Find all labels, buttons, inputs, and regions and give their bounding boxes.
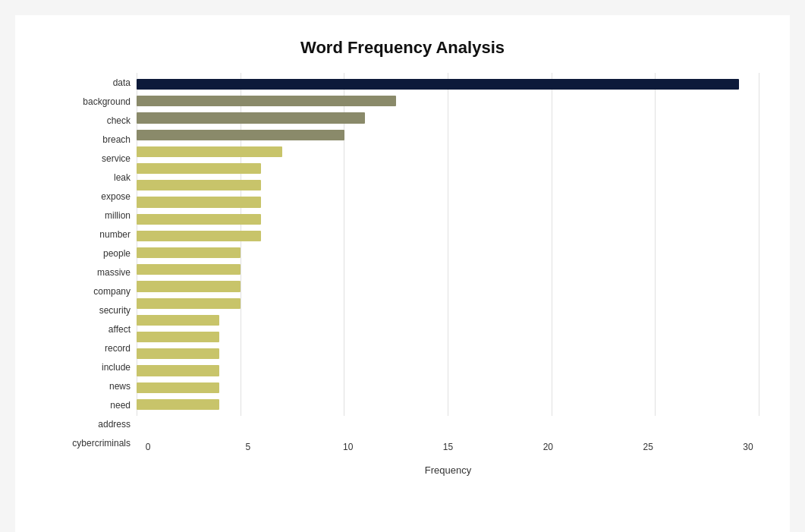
bar-row — [137, 244, 759, 261]
bar — [137, 112, 365, 123]
y-axis-label: security — [99, 301, 130, 320]
bar-row — [137, 109, 759, 126]
y-axis-label: include — [102, 358, 130, 377]
bar — [137, 264, 241, 275]
bar-row — [137, 278, 759, 294]
y-axis-label: record — [105, 339, 130, 358]
bar — [137, 332, 219, 342]
bar — [137, 247, 241, 258]
y-axis-label: affect — [108, 320, 130, 339]
bars-wrapper — [137, 73, 759, 416]
bar — [137, 163, 261, 174]
bar-row — [137, 93, 759, 109]
bar-row — [137, 194, 759, 210]
y-axis-label: number — [99, 225, 130, 244]
bar-row — [137, 312, 759, 329]
y-axis-label: address — [98, 415, 130, 434]
y-axis-label: background — [83, 92, 130, 111]
y-axis-label: breach — [102, 130, 130, 149]
bar-row — [137, 379, 759, 396]
bar — [137, 281, 241, 291]
plot-area: 051015202530 Frequency — [137, 73, 759, 476]
bar-row — [137, 345, 759, 362]
y-axis-label: news — [109, 377, 130, 396]
y-axis-label: people — [103, 244, 130, 263]
bar-row — [137, 261, 759, 278]
x-tick-label: 10 — [337, 442, 360, 452]
x-axis-labels: 051015202530 — [137, 439, 759, 461]
y-axis-label: cybercriminals — [72, 434, 130, 453]
bar — [137, 382, 219, 393]
bar — [137, 315, 219, 326]
bar-row — [137, 295, 759, 312]
bar — [137, 146, 282, 157]
bar — [137, 348, 219, 359]
bar — [137, 96, 396, 106]
chart-container: Word Frequency Analysis databackgroundch… — [15, 15, 790, 532]
x-tick-label: 20 — [536, 442, 559, 452]
y-axis-label: check — [107, 111, 130, 130]
y-axis-label: company — [93, 282, 130, 301]
bars-container — [137, 73, 759, 439]
x-axis-title: Frequency — [137, 464, 759, 476]
x-tick-label: 25 — [637, 442, 659, 452]
x-tick-label: 5 — [237, 442, 259, 452]
y-axis: databackgroundcheckbreachserviceleakexpo… — [46, 73, 137, 476]
y-axis-label: leak — [114, 168, 130, 187]
bar-row — [137, 329, 759, 345]
bar-row — [137, 362, 759, 379]
y-axis-label: service — [102, 149, 130, 168]
bar-row — [137, 396, 759, 413]
bar — [137, 214, 261, 225]
bar-row — [137, 127, 759, 143]
y-axis-label: expose — [101, 187, 130, 206]
x-tick-label: 30 — [737, 442, 759, 452]
bar-row — [137, 143, 759, 160]
bar-row — [137, 211, 759, 228]
y-axis-label: need — [110, 396, 130, 415]
x-tick-label: 15 — [436, 442, 459, 452]
bar-row — [137, 160, 759, 177]
y-axis-label: million — [105, 206, 130, 225]
bar — [137, 130, 344, 140]
x-tick-label: 0 — [137, 442, 159, 452]
bar — [137, 298, 241, 309]
bar — [137, 365, 219, 376]
bar-row — [137, 76, 759, 93]
chart-title: Word Frequency Analysis — [46, 38, 759, 58]
chart-area: databackgroundcheckbreachserviceleakexpo… — [46, 73, 759, 476]
bar — [137, 231, 261, 241]
bar — [137, 180, 261, 190]
bar-row — [137, 228, 759, 244]
bar — [137, 197, 261, 207]
bar-row — [137, 177, 759, 194]
bar — [137, 399, 219, 410]
y-axis-label: data — [113, 73, 130, 92]
y-axis-label: massive — [97, 263, 130, 282]
bar — [137, 79, 739, 90]
